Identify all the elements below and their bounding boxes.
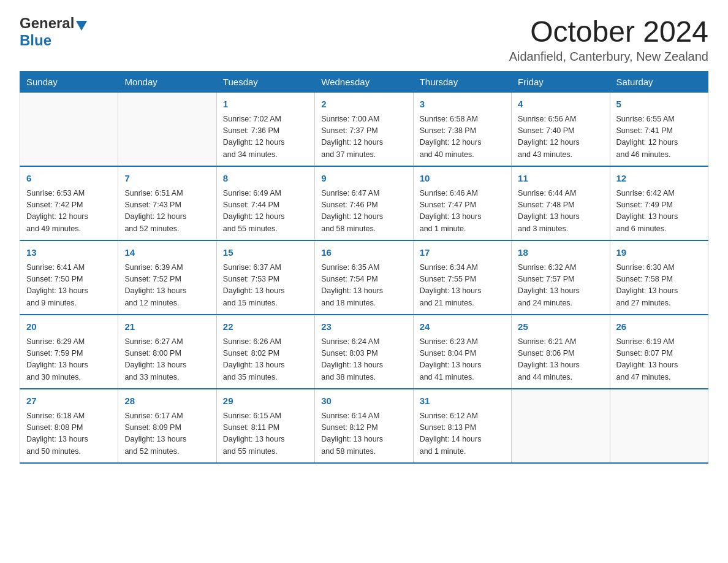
calendar-week-row: 20Sunrise: 6:29 AM Sunset: 7:59 PM Dayli… xyxy=(20,315,708,389)
day-number: 12 xyxy=(616,172,702,186)
calendar-cell: 3Sunrise: 6:58 AM Sunset: 7:38 PM Daylig… xyxy=(413,93,511,167)
logo-blue-text: Blue xyxy=(20,32,51,49)
day-number: 16 xyxy=(321,246,406,260)
day-number: 6 xyxy=(26,172,112,186)
day-number: 24 xyxy=(420,320,505,334)
calendar-cell: 4Sunrise: 6:56 AM Sunset: 7:40 PM Daylig… xyxy=(512,93,610,167)
day-info: Sunrise: 6:15 AM Sunset: 8:11 PM Dayligh… xyxy=(223,410,308,458)
day-info: Sunrise: 6:12 AM Sunset: 8:13 PM Dayligh… xyxy=(420,410,505,458)
day-number: 28 xyxy=(124,394,210,408)
calendar-header-monday: Monday xyxy=(118,72,216,93)
title-section: October 2024 Aidanfield, Canterbury, New… xyxy=(509,15,708,64)
calendar-header-tuesday: Tuesday xyxy=(216,72,314,93)
day-info: Sunrise: 6:37 AM Sunset: 7:53 PM Dayligh… xyxy=(223,262,308,310)
calendar-cell xyxy=(118,93,216,167)
day-number: 2 xyxy=(321,98,406,112)
day-number: 22 xyxy=(223,320,308,334)
calendar-cell: 6Sunrise: 6:53 AM Sunset: 7:42 PM Daylig… xyxy=(20,166,118,240)
day-number: 8 xyxy=(223,172,308,186)
calendar-cell: 17Sunrise: 6:34 AM Sunset: 7:55 PM Dayli… xyxy=(413,240,511,315)
calendar-cell xyxy=(512,389,610,463)
day-number: 3 xyxy=(420,98,505,112)
day-info: Sunrise: 6:24 AM Sunset: 8:03 PM Dayligh… xyxy=(321,336,406,384)
calendar-cell: 18Sunrise: 6:32 AM Sunset: 7:57 PM Dayli… xyxy=(512,240,610,315)
day-info: Sunrise: 6:17 AM Sunset: 8:09 PM Dayligh… xyxy=(124,410,210,458)
day-number: 25 xyxy=(518,320,603,334)
day-number: 7 xyxy=(124,172,210,186)
day-info: Sunrise: 7:00 AM Sunset: 7:37 PM Dayligh… xyxy=(321,113,406,161)
calendar-header-row: SundayMondayTuesdayWednesdayThursdayFrid… xyxy=(20,72,708,93)
day-number: 9 xyxy=(321,172,406,186)
day-info: Sunrise: 6:46 AM Sunset: 7:47 PM Dayligh… xyxy=(420,188,505,236)
day-info: Sunrise: 6:47 AM Sunset: 7:46 PM Dayligh… xyxy=(321,188,406,236)
calendar-header-saturday: Saturday xyxy=(610,72,708,93)
calendar-cell: 19Sunrise: 6:30 AM Sunset: 7:58 PM Dayli… xyxy=(610,240,708,315)
logo-general-text: General xyxy=(20,15,74,32)
day-info: Sunrise: 6:30 AM Sunset: 7:58 PM Dayligh… xyxy=(616,262,702,310)
day-info: Sunrise: 6:51 AM Sunset: 7:43 PM Dayligh… xyxy=(124,188,210,236)
calendar-cell: 2Sunrise: 7:00 AM Sunset: 7:37 PM Daylig… xyxy=(315,93,413,167)
day-info: Sunrise: 6:29 AM Sunset: 7:59 PM Dayligh… xyxy=(26,336,112,384)
day-number: 11 xyxy=(518,172,603,186)
day-number: 18 xyxy=(518,246,603,260)
day-info: Sunrise: 6:32 AM Sunset: 7:57 PM Dayligh… xyxy=(518,262,603,310)
day-info: Sunrise: 6:58 AM Sunset: 7:38 PM Dayligh… xyxy=(420,113,505,161)
day-number: 20 xyxy=(26,320,112,334)
calendar-week-row: 1Sunrise: 7:02 AM Sunset: 7:36 PM Daylig… xyxy=(20,93,708,167)
calendar-cell: 21Sunrise: 6:27 AM Sunset: 8:00 PM Dayli… xyxy=(118,315,216,389)
calendar-cell: 5Sunrise: 6:55 AM Sunset: 7:41 PM Daylig… xyxy=(610,93,708,167)
day-info: Sunrise: 6:39 AM Sunset: 7:52 PM Dayligh… xyxy=(124,262,210,310)
day-number: 15 xyxy=(223,246,308,260)
calendar-header-thursday: Thursday xyxy=(413,72,511,93)
day-number: 4 xyxy=(518,98,603,112)
day-info: Sunrise: 6:18 AM Sunset: 8:08 PM Dayligh… xyxy=(26,410,112,458)
calendar-week-row: 6Sunrise: 6:53 AM Sunset: 7:42 PM Daylig… xyxy=(20,166,708,240)
calendar-cell: 7Sunrise: 6:51 AM Sunset: 7:43 PM Daylig… xyxy=(118,166,216,240)
day-info: Sunrise: 6:55 AM Sunset: 7:41 PM Dayligh… xyxy=(616,113,702,161)
day-number: 26 xyxy=(616,320,702,334)
day-info: Sunrise: 6:44 AM Sunset: 7:48 PM Dayligh… xyxy=(518,188,603,236)
calendar-cell: 28Sunrise: 6:17 AM Sunset: 8:09 PM Dayli… xyxy=(118,389,216,463)
calendar-cell: 26Sunrise: 6:19 AM Sunset: 8:07 PM Dayli… xyxy=(610,315,708,389)
calendar-header-friday: Friday xyxy=(512,72,610,93)
logo-arrow-icon xyxy=(76,21,87,31)
day-number: 21 xyxy=(124,320,210,334)
day-info: Sunrise: 7:02 AM Sunset: 7:36 PM Dayligh… xyxy=(223,113,308,161)
calendar-cell: 13Sunrise: 6:41 AM Sunset: 7:50 PM Dayli… xyxy=(20,240,118,315)
calendar-table: SundayMondayTuesdayWednesdayThursdayFrid… xyxy=(20,71,708,464)
day-info: Sunrise: 6:14 AM Sunset: 8:12 PM Dayligh… xyxy=(321,410,406,458)
day-number: 29 xyxy=(223,394,308,408)
calendar-header-wednesday: Wednesday xyxy=(315,72,413,93)
day-number: 13 xyxy=(26,246,112,260)
day-info: Sunrise: 6:56 AM Sunset: 7:40 PM Dayligh… xyxy=(518,113,603,161)
calendar-cell: 8Sunrise: 6:49 AM Sunset: 7:44 PM Daylig… xyxy=(216,166,314,240)
day-number: 14 xyxy=(124,246,210,260)
calendar-cell: 16Sunrise: 6:35 AM Sunset: 7:54 PM Dayli… xyxy=(315,240,413,315)
day-info: Sunrise: 6:41 AM Sunset: 7:50 PM Dayligh… xyxy=(26,262,112,310)
page-header: General Blue October 2024 Aidanfield, Ca… xyxy=(20,15,708,64)
day-number: 27 xyxy=(26,394,112,408)
month-title: October 2024 xyxy=(509,15,708,48)
day-number: 10 xyxy=(420,172,505,186)
calendar-week-row: 13Sunrise: 6:41 AM Sunset: 7:50 PM Dayli… xyxy=(20,240,708,315)
day-number: 17 xyxy=(420,246,505,260)
calendar-cell: 12Sunrise: 6:42 AM Sunset: 7:49 PM Dayli… xyxy=(610,166,708,240)
day-number: 1 xyxy=(223,98,308,112)
calendar-cell: 1Sunrise: 7:02 AM Sunset: 7:36 PM Daylig… xyxy=(216,93,314,167)
calendar-cell: 9Sunrise: 6:47 AM Sunset: 7:46 PM Daylig… xyxy=(315,166,413,240)
calendar-cell: 10Sunrise: 6:46 AM Sunset: 7:47 PM Dayli… xyxy=(413,166,511,240)
calendar-cell: 11Sunrise: 6:44 AM Sunset: 7:48 PM Dayli… xyxy=(512,166,610,240)
day-number: 23 xyxy=(321,320,406,334)
day-info: Sunrise: 6:26 AM Sunset: 8:02 PM Dayligh… xyxy=(223,336,308,384)
day-info: Sunrise: 6:35 AM Sunset: 7:54 PM Dayligh… xyxy=(321,262,406,310)
calendar-cell: 27Sunrise: 6:18 AM Sunset: 8:08 PM Dayli… xyxy=(20,389,118,463)
day-info: Sunrise: 6:27 AM Sunset: 8:00 PM Dayligh… xyxy=(124,336,210,384)
calendar-header-sunday: Sunday xyxy=(20,72,118,93)
day-info: Sunrise: 6:23 AM Sunset: 8:04 PM Dayligh… xyxy=(420,336,505,384)
calendar-cell: 31Sunrise: 6:12 AM Sunset: 8:13 PM Dayli… xyxy=(413,389,511,463)
day-info: Sunrise: 6:19 AM Sunset: 8:07 PM Dayligh… xyxy=(616,336,702,384)
day-number: 19 xyxy=(616,246,702,260)
calendar-cell: 22Sunrise: 6:26 AM Sunset: 8:02 PM Dayli… xyxy=(216,315,314,389)
calendar-cell xyxy=(610,389,708,463)
calendar-cell: 29Sunrise: 6:15 AM Sunset: 8:11 PM Dayli… xyxy=(216,389,314,463)
